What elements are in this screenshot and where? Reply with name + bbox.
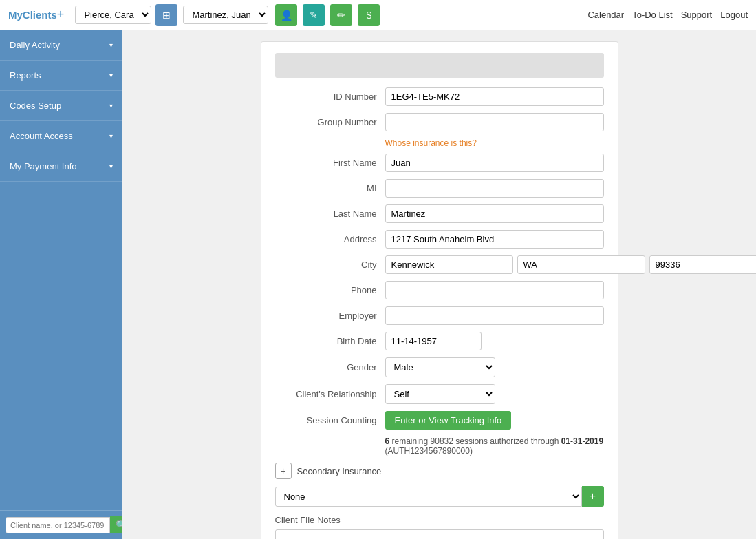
chevron-down-icon: ▾ xyxy=(109,72,113,79)
gender-label: Gender xyxy=(275,362,385,372)
main-layout: Daily Activity ▾ Reports ▾ Codes Setup ▾… xyxy=(0,30,756,539)
sidebar-account-access-label: Account Access xyxy=(10,131,73,141)
employer-row: Employer xyxy=(275,306,604,325)
mi-input[interactable] xyxy=(385,179,604,198)
sidebar-reports-label: Reports xyxy=(10,70,41,81)
secondary-add-btn[interactable]: + xyxy=(582,486,604,507)
sidebar-item-daily-activity[interactable]: Daily Activity ▾ xyxy=(0,30,122,61)
sidebar-item-account-access[interactable]: Account Access ▾ xyxy=(0,121,122,151)
client-select[interactable]: Martinez, Juan xyxy=(183,6,268,24)
secondary-select-row: None + xyxy=(275,486,604,507)
grid-icon-btn[interactable]: ⊞ xyxy=(155,4,177,26)
dollar-btn[interactable]: $ xyxy=(358,4,380,26)
city-label: City xyxy=(275,260,385,270)
logout-link[interactable]: Logout xyxy=(720,10,748,20)
mi-row: MI xyxy=(275,179,604,198)
gender-select[interactable]: Male Female Other xyxy=(385,357,495,377)
sidebar: Daily Activity ▾ Reports ▾ Codes Setup ▾… xyxy=(0,30,122,539)
session-counting-btn[interactable]: Enter or View Tracking Info xyxy=(385,411,512,430)
last-name-label: Last Name xyxy=(275,209,385,219)
chevron-down-icon: ▾ xyxy=(109,162,113,170)
secondary-insurance-header: + Secondary Insurance xyxy=(275,463,604,479)
birth-date-row: Birth Date xyxy=(275,332,604,350)
first-name-input[interactable] xyxy=(385,154,604,172)
relationship-row: Client's Relationship Self Spouse Child … xyxy=(275,384,604,404)
client-file-notes-input[interactable] xyxy=(275,529,604,539)
address-label: Address xyxy=(275,234,385,244)
birth-date-input[interactable] xyxy=(385,332,482,350)
edit-client-btn[interactable]: ✎ xyxy=(303,4,325,26)
gender-row: Gender Male Female Other xyxy=(275,357,604,377)
session-auth-date: 01-31-2019 xyxy=(561,436,603,446)
id-number-row: ID Number xyxy=(275,87,604,106)
sidebar-codes-setup-label: Codes Setup xyxy=(10,101,61,111)
whose-insurance-text: Whose insurance is this? xyxy=(385,138,604,148)
sidebar-daily-activity-label: Daily Activity xyxy=(10,40,60,50)
session-info-text: remaining 90832 sessions authorized thro… xyxy=(389,436,561,446)
logo-plus: + xyxy=(57,8,65,22)
logo: MyClients + xyxy=(8,8,64,22)
id-number-input[interactable] xyxy=(385,87,604,106)
birth-date-label: Birth Date xyxy=(275,336,385,346)
phone-input[interactable] xyxy=(385,281,604,299)
mi-label: MI xyxy=(275,183,385,193)
phone-label: Phone xyxy=(275,285,385,295)
nav-icon-row: Martinez, Juan 👤 ✎ ✏ $ xyxy=(183,4,382,26)
todo-link[interactable]: To-Do List xyxy=(632,10,673,20)
city-input[interactable] xyxy=(385,255,513,274)
calendar-link[interactable]: Calendar xyxy=(587,10,624,20)
employer-input[interactable] xyxy=(385,306,604,325)
logo-text: MyClients xyxy=(8,9,57,21)
last-name-input[interactable] xyxy=(385,204,604,223)
nav-right: Calendar To-Do List Support Logout xyxy=(587,10,748,20)
employer-label: Employer xyxy=(275,310,385,321)
relationship-select[interactable]: Self Spouse Child Other xyxy=(385,384,495,404)
sidebar-item-codes-setup[interactable]: Codes Setup ▾ xyxy=(0,91,122,121)
search-button[interactable]: 🔍 xyxy=(110,516,122,533)
id-number-label: ID Number xyxy=(275,92,385,102)
add-client-btn[interactable]: 👤 xyxy=(275,4,297,26)
client-file-notes-label: Client File Notes xyxy=(275,515,604,525)
secondary-insurance-title: Secondary Insurance xyxy=(297,466,382,476)
chevron-down-icon: ▾ xyxy=(109,41,113,49)
top-nav: MyClients + Pierce, Cara ⊞ Martinez, Jua… xyxy=(0,0,756,30)
chevron-down-icon: ▾ xyxy=(109,132,113,140)
relationship-label: Client's Relationship xyxy=(275,389,385,399)
city-row: City xyxy=(275,255,604,274)
session-counting-row: Session Counting Enter or View Tracking … xyxy=(275,411,604,430)
first-name-label: First Name xyxy=(275,158,385,168)
session-counting-label: Session Counting xyxy=(275,415,385,425)
pencil-btn[interactable]: ✏ xyxy=(330,4,352,26)
chevron-down-icon: ▾ xyxy=(109,102,113,109)
top-gray-bar xyxy=(275,53,604,78)
group-number-label: Group Number xyxy=(275,117,385,127)
sidebar-item-my-payment-info[interactable]: My Payment Info ▾ xyxy=(0,151,122,182)
state-input[interactable] xyxy=(517,255,645,274)
support-btn[interactable]: Support xyxy=(681,10,713,20)
group-number-row: Group Number xyxy=(275,113,604,131)
last-name-row: Last Name xyxy=(275,204,604,223)
content: ID Number Group Number Whose insurance i… xyxy=(122,30,756,539)
city-state-zip-group xyxy=(385,255,757,274)
group-number-input[interactable] xyxy=(385,113,604,131)
sidebar-item-reports[interactable]: Reports ▾ xyxy=(0,61,122,91)
secondary-insurance-expand-btn[interactable]: + xyxy=(275,463,292,479)
sidebar-my-payment-info-label: My Payment Info xyxy=(10,161,77,171)
zip-input[interactable] xyxy=(649,255,757,274)
session-auth-code: (AUTH1234567890000) xyxy=(385,446,473,456)
form-container: ID Number Group Number Whose insurance i… xyxy=(261,41,618,539)
session-info: 6 remaining 90832 sessions authorized th… xyxy=(385,436,604,456)
secondary-insurance-select[interactable]: None xyxy=(275,487,582,507)
search-input[interactable] xyxy=(6,517,110,533)
address-input[interactable] xyxy=(385,230,604,249)
sidebar-search: 🔍 xyxy=(0,510,122,539)
address-row: Address xyxy=(275,230,604,249)
user-select[interactable]: Pierce, Cara xyxy=(75,6,151,24)
phone-row: Phone xyxy=(275,281,604,299)
first-name-row: First Name xyxy=(275,154,604,172)
